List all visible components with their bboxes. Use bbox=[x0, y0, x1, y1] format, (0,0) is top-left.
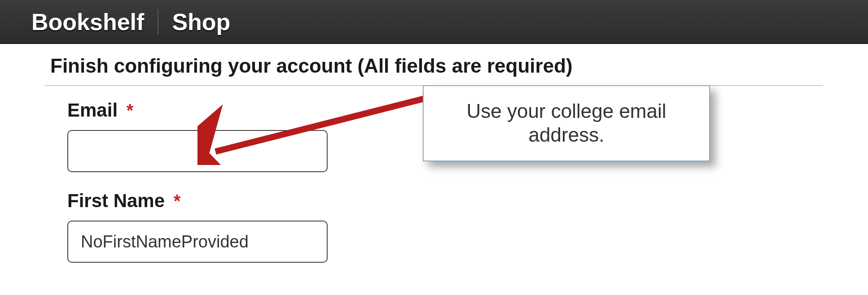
first-name-label-text: First Name bbox=[67, 190, 165, 211]
top-navbar: Bookshelf Shop bbox=[0, 0, 868, 44]
required-asterisk-icon: * bbox=[127, 100, 134, 120]
form-group-first-name: First Name * bbox=[45, 190, 823, 263]
email-field[interactable] bbox=[67, 130, 328, 172]
callout-annotation: Use your college email address. bbox=[423, 85, 710, 161]
email-label-text: Email bbox=[67, 100, 118, 121]
page-heading: Finish configuring your account (All fie… bbox=[45, 44, 823, 85]
required-asterisk-icon: * bbox=[174, 191, 181, 211]
nav-link-shop[interactable]: Shop bbox=[158, 9, 244, 35]
callout-text: Use your college email address. bbox=[434, 100, 699, 147]
nav-link-bookshelf[interactable]: Bookshelf bbox=[18, 9, 158, 35]
first-name-field[interactable] bbox=[67, 221, 328, 263]
content-area: Finish configuring your account (All fie… bbox=[0, 44, 868, 263]
first-name-label: First Name * bbox=[67, 190, 823, 212]
